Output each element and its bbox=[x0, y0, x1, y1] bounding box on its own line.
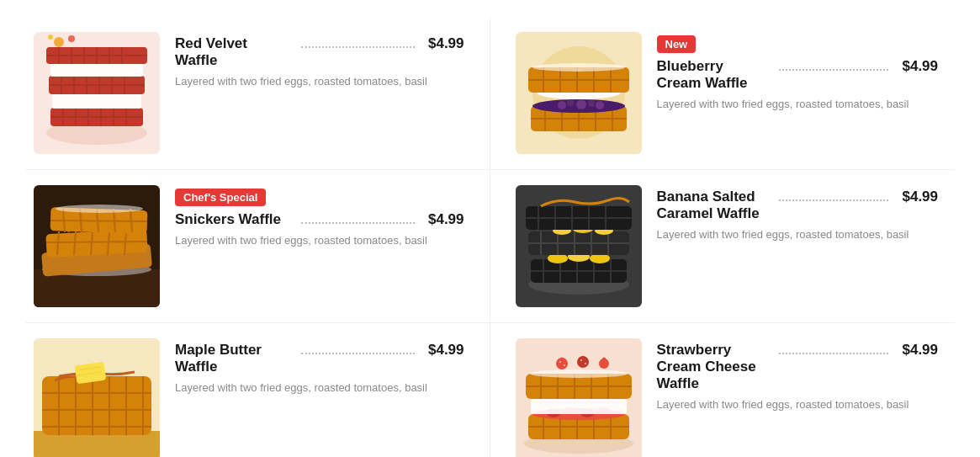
svg-point-143 bbox=[599, 359, 609, 369]
item-price: $4.99 bbox=[902, 58, 938, 75]
item-name: Red Velvet Waffle bbox=[175, 35, 288, 69]
svg-rect-132 bbox=[531, 399, 627, 414]
svg-point-30 bbox=[48, 35, 53, 40]
dotted-line bbox=[301, 46, 414, 48]
svg-point-142 bbox=[577, 356, 589, 368]
item-image-banana-salted-caramel-waffle bbox=[516, 185, 642, 307]
item-description: Layered with two fried eggs, roasted tom… bbox=[175, 233, 464, 248]
menu-item-maple-butter-waffle[interactable]: Maple Butter Waffle $4.99 Layered with t… bbox=[25, 323, 490, 457]
item-name: Maple Butter Waffle bbox=[175, 342, 288, 375]
item-price: $4.99 bbox=[428, 342, 464, 359]
item-description: Layered with two fried eggs, roasted tom… bbox=[175, 74, 464, 89]
item-name: Blueberry Cream Waffle bbox=[657, 58, 766, 92]
item-image-maple-butter-waffle bbox=[34, 338, 160, 457]
badge-new: New bbox=[657, 35, 697, 53]
svg-point-144 bbox=[559, 361, 561, 363]
svg-point-29 bbox=[68, 35, 75, 42]
item-name: Strawberry Cream Cheese Waffle bbox=[657, 342, 766, 392]
svg-point-41 bbox=[558, 101, 566, 109]
svg-point-146 bbox=[580, 359, 582, 361]
item-image-red-velvet-waffle bbox=[34, 32, 160, 154]
dotted-line bbox=[779, 199, 888, 201]
item-name-row: Blueberry Cream Waffle $4.99 bbox=[657, 58, 939, 92]
item-price: $4.99 bbox=[428, 211, 464, 228]
item-name: Snickers Waffle bbox=[175, 211, 288, 228]
svg-point-73 bbox=[56, 205, 143, 213]
item-info-banana-salted-caramel-waffle: Banana Salted Caramel Waffle $4.99 Layer… bbox=[657, 185, 939, 242]
item-name-row: Red Velvet Waffle $4.99 bbox=[175, 35, 464, 69]
item-description: Layered with two fried eggs, roasted tom… bbox=[657, 97, 939, 112]
svg-line-65 bbox=[46, 242, 147, 242]
item-image-strawberry-cream-cheese-waffle bbox=[516, 338, 642, 457]
svg-point-54 bbox=[532, 63, 625, 72]
item-info-red-velvet-waffle: Red Velvet Waffle $4.99 Layered with two… bbox=[175, 32, 464, 89]
dotted-line bbox=[301, 353, 414, 354]
svg-point-45 bbox=[596, 101, 604, 109]
item-description: Layered with two fried eggs, roasted tom… bbox=[657, 227, 939, 242]
menu-item-snickers-waffle[interactable]: Chef's Special Snickers Waffle $4.99 Lay… bbox=[25, 170, 490, 323]
svg-point-147 bbox=[585, 363, 586, 364]
dotted-line bbox=[301, 222, 414, 224]
item-description: Layered with two fried eggs, roasted tom… bbox=[175, 380, 464, 396]
item-info-strawberry-cream-cheese-waffle: Strawberry Cream Cheese Waffle $4.99 Lay… bbox=[657, 338, 939, 412]
svg-point-141 bbox=[556, 358, 568, 369]
item-image-snickers-waffle bbox=[34, 185, 160, 307]
badge-chef-special: Chef's Special bbox=[175, 189, 266, 206]
dotted-line bbox=[779, 69, 888, 71]
menu-item-red-velvet-waffle[interactable]: Red Velvet Waffle $4.99 Layered with two… bbox=[25, 17, 490, 170]
menu-item-strawberry-cream-cheese-waffle[interactable]: Strawberry Cream Cheese Waffle $4.99 Lay… bbox=[490, 323, 956, 457]
svg-point-43 bbox=[576, 99, 586, 109]
svg-point-42 bbox=[567, 99, 574, 106]
menu-grid: Red Velvet Waffle $4.99 Layered with two… bbox=[25, 17, 955, 457]
item-name: Banana Salted Caramel Waffle bbox=[657, 189, 766, 222]
item-name-row: Snickers Waffle $4.99 bbox=[175, 211, 464, 228]
menu-item-blueberry-cream-waffle[interactable]: New Blueberry Cream Waffle $4.99 Layered… bbox=[490, 17, 956, 170]
item-info-maple-butter-waffle: Maple Butter Waffle $4.99 Layered with t… bbox=[175, 338, 464, 396]
svg-point-140 bbox=[530, 369, 628, 378]
item-price: $4.99 bbox=[428, 35, 464, 52]
svg-rect-10 bbox=[52, 93, 141, 109]
item-name-row: Strawberry Cream Cheese Waffle $4.99 bbox=[657, 342, 939, 392]
item-description: Layered with two fried eggs, roasted tom… bbox=[657, 397, 939, 412]
dotted-line bbox=[779, 353, 888, 354]
item-price: $4.99 bbox=[902, 342, 938, 359]
item-info-snickers-waffle: Chef's Special Snickers Waffle $4.99 Lay… bbox=[175, 185, 464, 248]
svg-rect-19 bbox=[50, 62, 143, 77]
item-name-row: Maple Butter Waffle $4.99 bbox=[175, 342, 464, 375]
item-image-blueberry-cream-waffle bbox=[516, 32, 642, 154]
menu-item-banana-salted-caramel-waffle[interactable]: Banana Salted Caramel Waffle $4.99 Layer… bbox=[490, 170, 956, 323]
svg-point-28 bbox=[54, 37, 64, 47]
item-info-blueberry-cream-waffle: New Blueberry Cream Waffle $4.99 Layered… bbox=[657, 32, 939, 112]
svg-point-44 bbox=[588, 100, 595, 107]
item-price: $4.99 bbox=[902, 189, 938, 205]
svg-point-145 bbox=[564, 364, 565, 366]
item-name-row: Banana Salted Caramel Waffle $4.99 bbox=[657, 189, 939, 222]
svg-line-72 bbox=[50, 221, 147, 221]
